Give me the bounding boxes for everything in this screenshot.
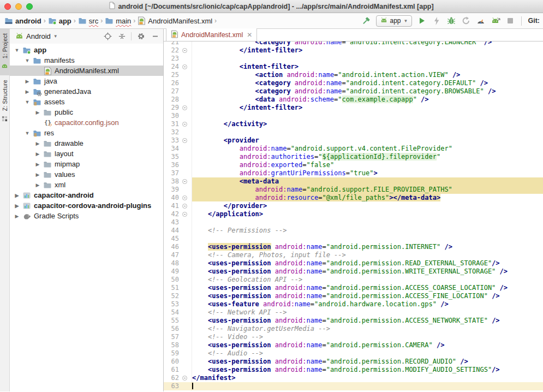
code-line-25[interactable]: 25 <action android:name="android.intent.…	[164, 71, 543, 79]
breadcrumb-item-app[interactable]: app	[48, 16, 71, 25]
code-line-27[interactable]: 27 <category android:name="android.inten…	[164, 87, 543, 96]
apply-code-changes-icon[interactable]	[461, 16, 471, 26]
code-line-36[interactable]: 36 android:exported="false"	[164, 161, 543, 169]
code-line-23[interactable]: 23	[164, 55, 543, 63]
code-line-33[interactable]: 33 <provider	[164, 136, 543, 145]
tab-androidmanifest[interactable]: </> AndroidManifest.xml ✕	[166, 28, 257, 41]
fold-icon[interactable]	[182, 376, 187, 381]
code-line-52[interactable]: 52 <uses-permission android:name="androi…	[164, 292, 543, 300]
code-line-34[interactable]: 34 android:name="android.support.v4.cont…	[164, 145, 543, 153]
code-line-38[interactable]: 38 <meta-data	[164, 177, 543, 186]
fold-icon[interactable]	[182, 138, 187, 143]
close-window-button[interactable]	[4, 3, 11, 10]
tree-expand-icon[interactable]: ▶	[35, 110, 40, 115]
fold-icon[interactable]	[182, 48, 187, 53]
code-line-61[interactable]: 61 <uses-permission android:name="androi…	[164, 366, 543, 374]
fold-icon[interactable]	[182, 64, 187, 69]
close-icon[interactable]: ✕	[247, 31, 252, 39]
code-line-43[interactable]: 43	[164, 218, 543, 227]
git-branch-label[interactable]: Git:	[528, 17, 540, 25]
code-line-49[interactable]: 49 <uses-permission android:name="androi…	[164, 268, 543, 276]
fold-icon[interactable]	[182, 179, 187, 184]
tree-item-manifests[interactable]: ▼manifests	[10, 55, 163, 66]
code-line-44[interactable]: 44 <!-- Permissions -->	[164, 227, 543, 235]
code-editor[interactable]: 21 <category android:name="android.inten…	[164, 41, 543, 391]
code-line-24[interactable]: 24 <intent-filter>	[164, 63, 543, 71]
tree-expand-icon[interactable]: ▶	[35, 162, 40, 167]
zoom-window-button[interactable]	[26, 3, 33, 10]
code-line-54[interactable]: 54 <!-- Network API -->	[164, 308, 543, 317]
code-line-28[interactable]: 28 <data android:scheme="com.example.cap…	[164, 96, 543, 104]
code-line-26[interactable]: 26 <category android:name="android.inten…	[164, 79, 543, 87]
tree-expand-icon[interactable]: ▶	[14, 203, 20, 209]
tree-expand-icon[interactable]: ▶	[35, 172, 40, 177]
code-line-48[interactable]: 48 <uses-permission android:name="androi…	[164, 259, 543, 268]
tree-item-generatedjava[interactable]: ▶generatedJava	[10, 86, 163, 97]
tree-expand-icon[interactable]: ▼	[25, 99, 30, 105]
code-line-50[interactable]: 50 <!-- Geolocation API -->	[164, 276, 543, 284]
code-line-53[interactable]: 53 <uses-feature android:name="android.h…	[164, 300, 543, 308]
tree-item-res[interactable]: ▼res	[10, 128, 163, 138]
code-line-59[interactable]: 59 <!-- Audio -->	[164, 349, 543, 358]
tree-item-gradle-scripts[interactable]: ▶Gradle Scripts	[10, 211, 163, 221]
run-configuration-select[interactable]: app ▼	[376, 15, 413, 27]
breadcrumb-item-src[interactable]: src	[78, 16, 98, 25]
settings-gear-icon[interactable]	[136, 32, 146, 41]
code-line-45[interactable]: 45	[164, 235, 543, 243]
minimize-window-button[interactable]	[15, 3, 22, 10]
tree-expand-icon[interactable]: ▼	[25, 130, 30, 136]
tree-expand-icon[interactable]: ▶	[35, 141, 40, 146]
tree-expand-icon[interactable]: ▶	[14, 193, 20, 198]
tree-item-java[interactable]: ▶java	[10, 76, 163, 86]
tree-item-capacitor-cordova-android-plugins[interactable]: ▶capacitor-cordova-android-plugins	[10, 200, 163, 211]
code-line-46[interactable]: 46 <uses-permission android:name="androi…	[164, 243, 543, 251]
code-line-60[interactable]: 60 <uses-permission android:name="androi…	[164, 358, 543, 366]
tree-item-mipmap[interactable]: ▶mipmap	[10, 159, 163, 169]
code-line-42[interactable]: 42 </application>	[164, 210, 543, 218]
tree-expand-icon[interactable]: ▶	[14, 213, 20, 219]
tree-expand-icon[interactable]: ▶	[35, 182, 40, 188]
code-line-29[interactable]: 29 </intent-filter>	[164, 104, 543, 112]
tree-expand-icon[interactable]: ▶	[35, 151, 40, 157]
stop-icon[interactable]	[505, 16, 515, 26]
fold-icon[interactable]	[182, 212, 187, 217]
chevron-down-icon[interactable]: ▼	[53, 34, 58, 39]
tool-window-button-project[interactable]: 1: Project	[0, 29, 9, 75]
code-line-37[interactable]: 37 android:grantUriPermissions="true">	[164, 169, 543, 177]
tree-expand-icon[interactable]: ▶	[25, 89, 30, 94]
tree-item-drawable[interactable]: ▶drawable	[10, 138, 163, 149]
code-line-32[interactable]: 32	[164, 128, 543, 136]
hide-panel-icon[interactable]	[150, 32, 160, 41]
tree-item-layout[interactable]: ▶layout	[10, 149, 163, 159]
code-line-40[interactable]: 40 android:resource="@xml/file_paths"></…	[164, 194, 543, 202]
code-line-35[interactable]: 35 android:authorities="${applicationId}…	[164, 153, 543, 161]
debug-icon[interactable]	[446, 16, 456, 26]
code-line-41[interactable]: 41 </provider>	[164, 202, 543, 210]
tree-item-public[interactable]: ▶public	[10, 107, 163, 117]
fold-icon[interactable]	[182, 105, 187, 110]
project-view-selector[interactable]: Android	[26, 32, 51, 40]
fold-icon[interactable]	[182, 122, 187, 127]
build-hammer-icon[interactable]	[361, 16, 371, 26]
tree-item-capacitor-config-json[interactable]: {}capacitor.config.json	[10, 117, 163, 128]
breadcrumb-item-android[interactable]: android	[4, 16, 41, 25]
tree-item-capacitor-android[interactable]: ▶capacitor-android	[10, 190, 163, 200]
breadcrumb-item-main[interactable]: main	[105, 16, 131, 25]
code-line-57[interactable]: 57 <!-- Video -->	[164, 333, 543, 341]
code-line-30[interactable]: 30	[164, 112, 543, 120]
code-line-56[interactable]: 56 <!-- Navigator.getUserMedia -->	[164, 325, 543, 333]
tree-expand-icon[interactable]: ▶	[25, 79, 30, 84]
locate-icon[interactable]	[103, 32, 112, 41]
profiler-icon[interactable]	[476, 16, 486, 26]
code-line-63[interactable]: 63	[164, 382, 543, 390]
tool-window-button-structure[interactable]: Z: Structure	[0, 75, 9, 127]
tree-item-androidmanifest-xml[interactable]: AndroidManifest.xml	[10, 66, 163, 76]
tree-expand-icon[interactable]: ▼	[14, 47, 20, 53]
fold-icon[interactable]	[182, 204, 187, 209]
run-icon[interactable]	[417, 16, 427, 26]
attach-debugger-icon[interactable]	[491, 16, 500, 26]
code-line-62[interactable]: 62</manifest>	[164, 374, 543, 382]
code-line-31[interactable]: 31 </activity>	[164, 120, 543, 128]
tree-expand-icon[interactable]: ▼	[25, 58, 30, 63]
collapse-all-icon[interactable]	[117, 32, 127, 41]
